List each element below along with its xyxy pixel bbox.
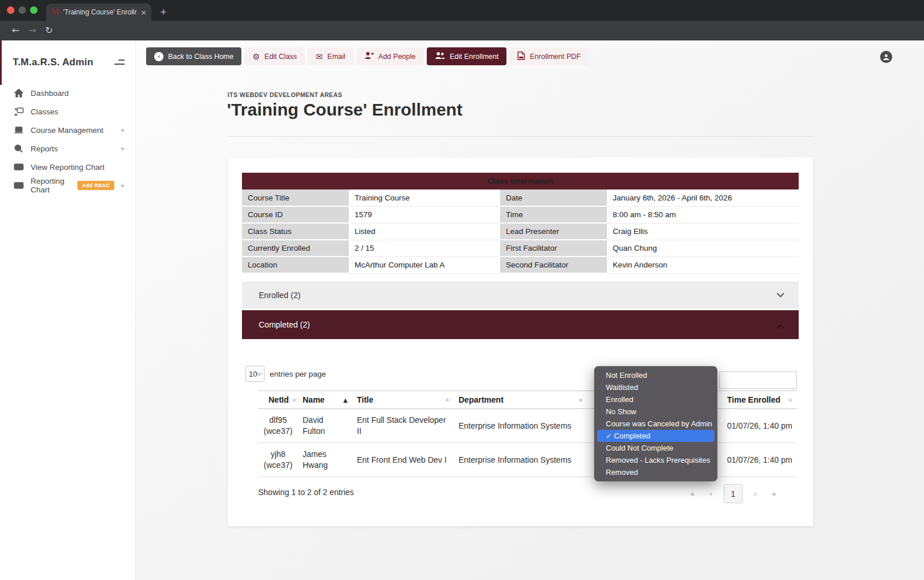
back-icon[interactable]: ← [9,24,22,37]
expand-icon[interactable]: + [120,144,125,153]
breadcrumb: ITS WEBDEV DEVELOPMENT AREAS [228,91,342,98]
name-cell: David Fulton [298,409,352,443]
edit-class-button[interactable]: ⚙ Edit Class [244,47,305,65]
window-zoom-button[interactable] [30,6,38,14]
sidebar: T.M.a.R.S. Admin Dashboard Classes Cours… [0,40,136,580]
sidebar-toggle-icon[interactable] [114,59,125,66]
checkmark-icon: ✓ [606,432,612,440]
chevron-down-icon [257,370,262,375]
user-avatar[interactable] [880,51,892,63]
status-option-selected[interactable]: ✓Completed [597,430,714,442]
chevron-down-icon [777,290,784,298]
sidebar-item-dashboard[interactable]: Dashboard [0,84,135,102]
accordion-completed[interactable]: Completed (2) [242,310,799,339]
table-row: Class Status Listed Lead Presenter Craig… [242,223,799,240]
chart-card-icon [14,162,24,172]
pdf-file-icon [517,51,525,62]
sidebar-item-reports[interactable]: Reports + [0,139,135,158]
tab-title: 'Training Course' Enrollment | [63,8,137,16]
pagination-prev[interactable]: ‹ [705,489,717,498]
email-button[interactable]: ✉ Email [308,47,353,65]
action-toolbar: ‹ Back to Class Home ⚙ Edit Class ✉ Emai… [146,47,589,65]
sidebar-item-classes[interactable]: Classes [0,102,135,121]
window-close-button[interactable] [7,6,14,14]
chevron-left-circle-icon: ‹ [154,52,163,61]
person-plus-icon [364,51,374,61]
status-dropdown-menu: Not Enrolled Waitlisted Enrolled No Show… [594,366,717,481]
time-enrolled-cell: 01/07/26, 1:40 pm [716,409,797,443]
expand-icon[interactable]: + [120,181,125,190]
status-option[interactable]: Course was Canceled by Admin [594,418,717,430]
department-cell: Enterprise Information Systems [454,443,587,477]
status-option[interactable]: Removed [594,466,717,478]
sidebar-nav: Dashboard Classes Course Management + Re… [0,84,135,195]
sort-icon: ◆ [292,397,296,403]
browser-toolbar: ← → ↻ admin.tmars.msstate.edu/classes/en… [0,21,924,40]
table-row: Course ID 1579 Time 8:00 am - 8:50 am [242,206,799,223]
status-option[interactable]: Waitlisted [594,381,717,393]
status-option[interactable]: No Show [594,406,717,418]
sidebar-item-reporting-chart[interactable]: Reporting Chart Add RBAC + [0,176,135,195]
class-info-table: Class Information Course Title Training … [242,173,799,274]
page-size-select[interactable]: 10 [245,366,264,382]
chevron-up-icon [777,324,784,332]
column-header-time-enrolled[interactable]: Time Enrolled◆ [716,391,797,409]
sort-icon: ◆ [579,397,583,403]
people-group-icon [435,51,445,61]
entries-summary: Showing 1 to 2 of 2 entries [258,488,354,497]
column-header-title[interactable]: Title◆ [352,391,454,409]
window-minimize-button[interactable] [18,6,26,14]
sidebar-item-view-reporting-chart[interactable]: View Reporting Chart [0,158,135,176]
pagination-next[interactable]: › [750,489,761,498]
netid-cell: dlf95 (wce37) [258,409,298,443]
status-option[interactable]: Removed - Lacks Prerequisites [594,454,717,466]
tab-close-icon[interactable]: × [141,8,146,17]
app-title: T.M.a.R.S. Admin [13,57,94,68]
person-icon [882,53,890,61]
table-row: Currently Enrolled 2 / 15 First Facilita… [242,240,799,256]
pagination-first[interactable]: « [687,489,698,498]
add-rbac-badge: Add RBAC [77,181,114,190]
expand-icon[interactable]: + [120,126,125,135]
header-divider [228,136,813,137]
sort-icon: ◆ [788,397,792,403]
class-info-header: Class Information [242,173,799,189]
pagination-page-1[interactable]: 1 [724,484,743,503]
back-to-class-home-button[interactable]: ‹ Back to Class Home [146,47,241,65]
presentation-icon [14,107,24,117]
browser-tab[interactable]: M 'Training Course' Enrollment | × [46,3,151,21]
magnifier-icon [14,144,24,154]
time-enrolled-cell: 01/07/26, 1:40 pm [716,443,797,477]
envelope-icon: ✉ [316,53,323,61]
department-cell: Enterprise Information Systems [454,409,587,443]
netid-cell: yjh8 (wce37) [258,443,298,477]
title-cell: Ent Full Stack Developer II [352,409,454,443]
forward-icon[interactable]: → [26,24,39,37]
laptop-icon [14,125,24,135]
enrollment-pdf-button[interactable]: Enrollment PDF [509,47,588,65]
status-option[interactable]: Enrolled [594,393,717,406]
tab-strip: M 'Training Course' Enrollment | × + [0,0,924,21]
name-cell: James Hwang [298,443,352,477]
pagination: « ‹ 1 › » [687,484,780,503]
site-favicon: M [51,8,59,17]
search-input[interactable] [719,371,797,389]
edit-enrollment-button[interactable]: Edit Enrollment [427,47,507,65]
column-header-name[interactable]: Name▲ [298,391,352,409]
column-header-department[interactable]: Department◆ [454,391,587,409]
page-title: 'Training Course' Enrollment [227,100,463,120]
title-cell: Ent Front End Web Dev I [352,443,454,477]
column-header-netid[interactable]: NetId◆ [258,391,298,409]
sidebar-item-course-management[interactable]: Course Management + [0,121,135,139]
accordion-enrolled[interactable]: Enrolled (2) [242,281,799,308]
new-tab-button[interactable]: + [156,5,171,20]
status-option[interactable]: Not Enrolled [594,369,717,381]
page-edge-accent [0,40,2,85]
chart-card-icon [14,181,24,191]
status-option[interactable]: Could Not Complete [594,442,717,454]
main-content: ‹ Back to Class Home ⚙ Edit Class ✉ Emai… [136,40,924,580]
reload-icon[interactable]: ↻ [43,24,55,37]
pagination-last[interactable]: » [768,489,780,498]
add-people-button[interactable]: Add People [356,47,424,65]
home-icon [14,88,24,98]
